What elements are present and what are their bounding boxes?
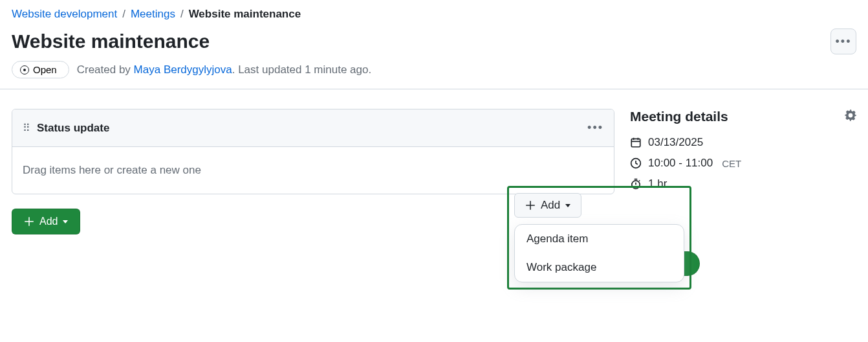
page-title: Website maintenance [12,30,210,52]
open-status-icon [20,65,29,74]
created-by-prefix: Created by [77,63,134,76]
breadcrumb-current: Website maintenance [189,8,301,21]
dropdown-item-agenda[interactable]: Agenda item [515,225,684,253]
chevron-down-icon [565,204,570,207]
add-button-primary[interactable]: Add [12,209,80,234]
plus-icon [525,200,536,211]
add-button-label: Add [39,216,58,227]
clock-icon [630,157,642,169]
highlighted-dropdown-region: Add Agenda item Work package [507,186,691,290]
meta-text: Created by Maya Berdygylyjova. Last upda… [77,63,372,76]
updated-suffix: . Last updated 1 minute ago. [232,63,372,76]
section-add-label: Add [541,199,560,212]
plus-icon [24,216,34,227]
section-more-button[interactable]: ••• [587,121,603,135]
detail-time: 10:00 - 11:00 CET [630,153,856,174]
breadcrumb-link-meetings[interactable]: Meetings [131,8,175,21]
detail-date: 03/13/2025 [630,132,856,153]
section-placeholder: Drag items here or create a new one [23,164,201,177]
drag-handle-icon[interactable]: ⠿ [23,122,29,134]
add-dropdown-menu: Agenda item Work package [514,224,684,282]
detail-date-value: 03/13/2025 [648,136,703,149]
breadcrumb: Website development / Meetings / Website… [0,0,868,23]
status-dropdown[interactable]: Open [12,61,69,78]
detail-timezone: CET [722,158,741,169]
detail-duration: 1 hr [630,174,856,194]
breadcrumb-link-project[interactable]: Website development [12,8,117,21]
detail-time-value: 10:00 - 11:00 [648,157,713,170]
meeting-details-title: Meeting details [630,109,728,124]
ellipsis-icon: ••• [836,35,852,49]
created-by-link[interactable]: Maya Berdygylyjova [134,63,232,76]
chevron-down-icon [63,220,68,223]
svg-rect-0 [631,139,640,146]
dropdown-item-workpackage[interactable]: Work package [515,253,684,282]
breadcrumb-separator: / [180,8,184,21]
agenda-section: ⠿ Status update ••• Drag items here or c… [12,109,614,194]
section-title: Status update [37,122,580,135]
calendar-icon [630,137,642,148]
section-add-button[interactable]: Add [514,193,581,218]
detail-duration-value: 1 hr [648,177,667,190]
status-label: Open [33,64,57,75]
more-actions-button[interactable]: ••• [830,28,856,54]
gear-icon[interactable] [845,109,856,124]
stopwatch-icon [630,178,642,190]
breadcrumb-separator: / [122,8,125,21]
